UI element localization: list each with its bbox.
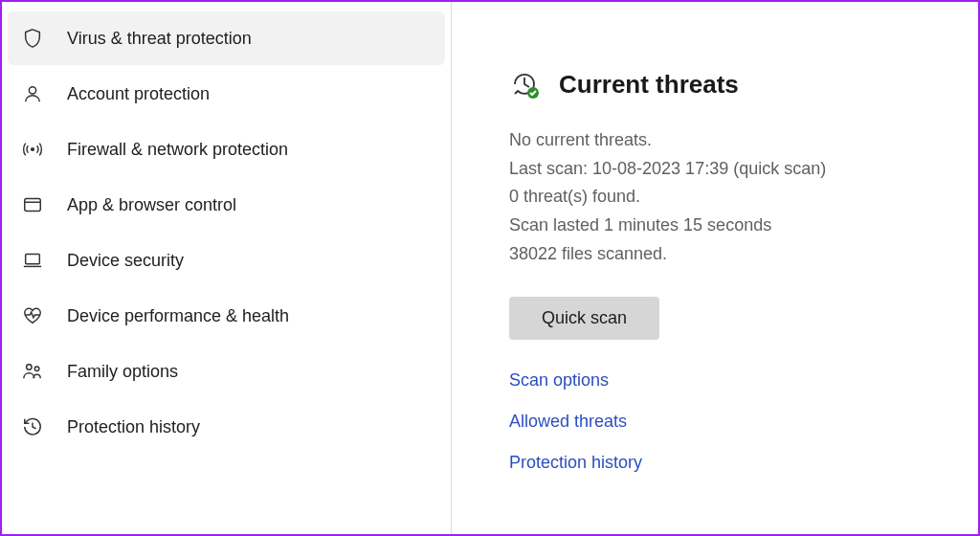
antenna-icon	[21, 138, 44, 161]
heart-icon	[21, 304, 44, 327]
sidebar-item-label: Family options	[67, 362, 178, 382]
sidebar-item-firewall[interactable]: Firewall & network protection	[8, 123, 445, 176]
quick-scan-button[interactable]: Quick scan	[509, 297, 659, 340]
sidebar-item-device-security[interactable]: Device security	[8, 234, 445, 287]
protection-history-link[interactable]: Protection history	[509, 453, 940, 473]
svg-rect-2	[25, 199, 41, 212]
sidebar-item-app-browser[interactable]: App & browser control	[8, 178, 445, 232]
sidebar-item-label: App & browser control	[67, 195, 236, 215]
svg-point-7	[34, 367, 39, 371]
history-icon	[21, 415, 44, 438]
sidebar-item-label: Device performance & health	[67, 306, 289, 326]
sidebar-item-label: Device security	[67, 251, 184, 271]
sidebar-item-family[interactable]: Family options	[8, 345, 445, 398]
sidebar-item-account[interactable]: Account protection	[8, 67, 445, 121]
sidebar-item-virus-threat[interactable]: Virus & threat protection	[8, 11, 445, 65]
laptop-icon	[21, 249, 44, 272]
sidebar-item-label: Firewall & network protection	[67, 140, 288, 160]
threat-status-block: No current threats. Last scan: 10-08-202…	[509, 126, 940, 268]
sidebar-item-performance[interactable]: Device performance & health	[8, 289, 445, 343]
scan-options-link[interactable]: Scan options	[509, 370, 940, 391]
svg-point-6	[27, 365, 32, 370]
sidebar: Virus & threat protection Account protec…	[2, 2, 452, 534]
svg-point-0	[29, 87, 35, 94]
sidebar-item-label: Protection history	[67, 417, 200, 437]
section-title: Current threats	[559, 70, 739, 100]
threats-status-icon	[509, 69, 540, 100]
status-line: 0 threat(s) found.	[509, 183, 940, 212]
status-line: Last scan: 10-08-2023 17:39 (quick scan)	[509, 155, 940, 184]
main-content: Current threats No current threats. Last…	[452, 2, 978, 534]
family-icon	[21, 360, 44, 383]
svg-point-1	[32, 148, 34, 151]
window-icon	[21, 193, 44, 216]
status-line: Scan lasted 1 minutes 15 seconds	[509, 212, 940, 240]
app-frame: Virus & threat protection Account protec…	[0, 0, 980, 536]
section-header: Current threats	[509, 69, 940, 100]
sidebar-item-label: Virus & threat protection	[67, 29, 252, 49]
person-icon	[21, 82, 44, 105]
shield-icon	[21, 27, 44, 50]
allowed-threats-link[interactable]: Allowed threats	[509, 412, 940, 432]
sidebar-item-history[interactable]: Protection history	[8, 400, 445, 454]
status-line: No current threats.	[509, 126, 940, 155]
status-line: 38022 files scanned.	[509, 240, 940, 269]
sidebar-item-label: Account protection	[67, 84, 210, 104]
svg-rect-4	[26, 255, 40, 264]
